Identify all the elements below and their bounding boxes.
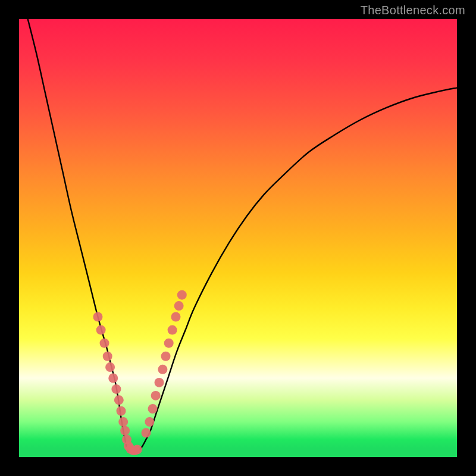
- data-marker: [161, 352, 171, 361]
- data-marker: [177, 290, 187, 300]
- data-marker: [116, 406, 126, 416]
- data-marker: [105, 362, 115, 372]
- data-marker: [171, 312, 180, 321]
- data-marker: [111, 384, 121, 394]
- data-marker: [168, 325, 177, 335]
- chart-overlay: [19, 19, 457, 457]
- data-marker: [164, 339, 174, 348]
- data-marker: [158, 365, 167, 374]
- data-marker: [145, 417, 154, 427]
- data-marker: [118, 417, 128, 427]
- markers-layer: [93, 290, 186, 455]
- curve-right-branch-curve: [137, 88, 457, 452]
- data-marker: [96, 325, 106, 335]
- data-marker: [148, 404, 157, 414]
- attribution-text: TheBottleneck.com: [361, 4, 465, 17]
- data-marker: [141, 428, 151, 438]
- data-marker: [103, 352, 112, 361]
- data-marker: [93, 312, 102, 321]
- data-marker: [100, 339, 109, 348]
- data-marker: [151, 391, 161, 400]
- data-marker: [155, 378, 164, 387]
- data-marker: [108, 374, 118, 383]
- data-marker: [133, 444, 142, 454]
- chart-frame: TheBottleneck.com: [0, 0, 476, 476]
- data-marker: [114, 395, 124, 405]
- data-marker: [174, 301, 184, 311]
- data-marker: [120, 426, 130, 436]
- curve-layer: [28, 19, 457, 453]
